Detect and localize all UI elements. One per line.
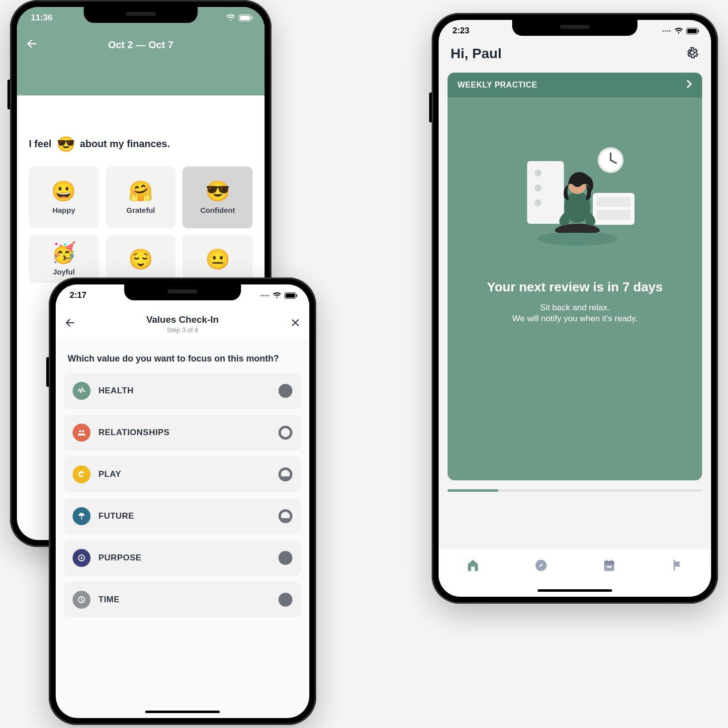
value-future[interactable]: FUTURE [64,498,301,534]
step-indicator: Step 3 of 4 [146,326,219,334]
screen-values: 2:17 •••• Values Check-In Step 3 of 4 [56,284,309,718]
value-play[interactable]: PLAY [64,456,301,492]
mood-grid-row2: 🥳 Joyful 😌 😐 [29,235,253,283]
purpose-icon [73,549,91,567]
time-icon [73,591,91,609]
value-relationships[interactable]: RELATIONSHIPS [64,415,301,451]
card-body: Your next review is in 7 days Sit back a… [448,97,702,480]
nav-flag[interactable] [670,558,685,573]
progress-bar [448,489,702,492]
signal-dots-icon: •••• [662,28,671,34]
close-button[interactable] [290,318,300,330]
value-label: FUTURE [98,511,271,521]
mood-confident[interactable]: 😎 Confident [182,167,253,228]
phone-home: 2:23 •••• Hi, Paul WEEKLY PRACTICE [432,13,718,604]
svg-rect-22 [597,210,631,220]
question-text: Which value do you want to focus on this… [56,342,309,373]
status-time: 2:23 [453,26,469,36]
date-range: Oct 2 — Oct 7 [108,39,173,51]
nav-calendar[interactable] [602,558,617,573]
wifi-icon [273,292,281,299]
indicator-half-icon [278,509,292,523]
battery-icon [239,14,253,21]
greeting: Hi, Paul [451,46,502,62]
sentence-pre: I feel [29,138,52,150]
wifi-icon [226,14,236,21]
svg-point-23 [538,232,617,246]
battery-icon [284,292,297,299]
value-label: PLAY [98,469,271,479]
emoji-relieved-icon: 😌 [128,249,153,269]
home-indicator [145,711,220,713]
mood-label: Happy [52,206,75,214]
feeling-sentence: I feel 😎 about my finances. [29,135,253,153]
svg-rect-11 [698,29,699,32]
svg-rect-10 [687,29,697,33]
value-label: PURPOSE [98,553,271,563]
nav-home[interactable] [465,558,480,573]
emoji-joyful-icon: 🥳 [51,243,76,263]
svg-rect-29 [611,560,612,562]
chevron-right-icon [686,80,692,91]
value-label: TIME [98,595,271,605]
mood-neutral[interactable]: 😐 [182,235,253,283]
meditation-illustration [500,107,649,273]
svg-rect-1 [240,16,250,20]
battery-icon [686,28,699,34]
back-button[interactable] [26,38,38,52]
settings-button[interactable] [685,46,699,62]
indicator-solid-icon [278,384,292,398]
mood-label: Grateful [126,206,155,214]
sentence-emoji: 😎 [57,135,75,153]
card-header-label: WEEKLY PRACTICE [457,81,537,90]
svg-rect-21 [597,197,631,207]
screen-home: 2:23 •••• Hi, Paul WEEKLY PRACTICE [439,20,711,597]
mood-happy[interactable]: 😀 Happy [29,167,99,228]
subtext-line2: We will notify you when it's ready. [512,314,637,324]
back-button[interactable] [65,317,76,330]
svg-rect-5 [296,294,297,297]
svg-rect-4 [285,293,295,297]
nav-explore[interactable] [534,558,548,573]
value-label: RELATIONSHIPS [98,428,271,438]
compass-icon [534,558,548,573]
sentence-post: about my finances. [80,138,170,150]
card-header[interactable]: WEEKLY PRACTICE [448,73,702,97]
status-time: 11:36 [31,13,52,23]
home-indicator [538,589,612,592]
value-health[interactable]: HEALTH [64,373,301,409]
subtext-line1: Sit back and relax. [540,303,610,313]
value-label: HEALTH [98,386,271,396]
weekly-practice-card[interactable]: WEEKLY PRACTICE [448,73,702,480]
notch [512,20,637,36]
svg-rect-30 [607,566,612,567]
emoji-neutral-icon: 😐 [205,249,230,269]
home-icon [465,558,480,573]
svg-point-7 [81,557,83,559]
indicator-ring-icon [278,426,292,440]
flag-icon [670,558,685,573]
mood-label: Confident [200,206,235,214]
indicator-solid-icon [278,593,292,607]
signal-dots-icon: •••• [261,293,270,298]
svg-rect-28 [606,560,607,562]
emoji-happy-icon: 😀 [51,181,76,201]
emoji-confident-icon: 😎 [205,181,230,201]
value-purpose[interactable]: PURPOSE [64,540,301,576]
mood-grateful[interactable]: 🤗 Grateful [106,167,176,228]
mood-grid: 😀 Happy 🤗 Grateful 😎 Confident [29,167,253,228]
indicator-half-icon [278,467,292,481]
value-list: HEALTH RELATIONSHIPS PLAY [56,373,309,618]
value-time[interactable]: TIME [64,582,301,618]
future-icon [73,507,91,525]
svg-rect-16 [527,161,564,224]
emoji-grateful-icon: 🤗 [128,181,153,201]
phone-values: 2:17 •••• Values Check-In Step 3 of 4 [49,277,316,725]
mood-relieved[interactable]: 😌 [106,235,176,283]
mood-joyful[interactable]: 🥳 Joyful [29,235,99,283]
relationships-icon [73,424,91,442]
wifi-icon [674,28,683,34]
page-title: Values Check-In [146,314,219,325]
svg-point-18 [535,184,542,191]
svg-point-17 [535,170,542,177]
